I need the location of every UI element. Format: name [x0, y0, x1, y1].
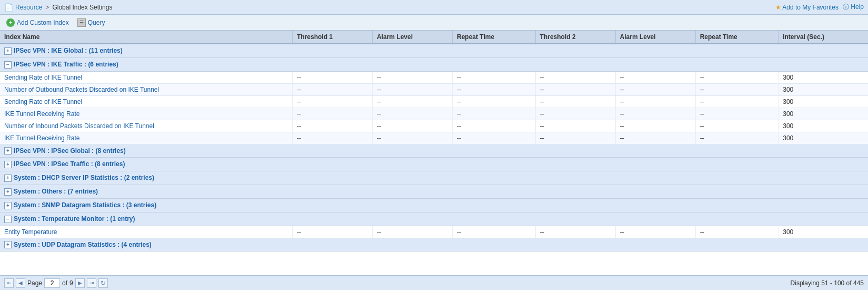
cell-alarm-level1: --: [372, 120, 452, 132]
content-area: Index Name Threshold 1 Alarm Level Repea…: [0, 31, 868, 275]
star-icon: ★: [775, 4, 781, 11]
add-to-favorites-link[interactable]: ★ Add to My Favorites: [775, 4, 839, 11]
group-label: IPSec VPN : IKE Traffic : (6 entries): [14, 61, 118, 68]
cell-index-name[interactable]: Number of Outbound Packets Discarded on …: [0, 83, 292, 95]
page-total: 9: [69, 279, 73, 287]
cell-index-name[interactable]: IKE Tunnel Receiving Rate: [0, 108, 292, 120]
cell-interval: 300: [779, 71, 868, 83]
cell-threshold1: --: [292, 83, 372, 95]
add-custom-index-button[interactable]: + Add Custom Index: [4, 17, 71, 28]
cell-alarm-level1: --: [372, 132, 452, 144]
prev-page-button[interactable]: ◀: [16, 278, 25, 288]
cell-repeat-time2: --: [695, 95, 779, 108]
table-row: Entity Temperature------------300: [0, 226, 868, 238]
cell-repeat-time2: --: [695, 132, 779, 144]
group-row[interactable]: +IPSec VPN : IPSec Traffic : (8 entries): [0, 158, 868, 171]
table-row: Number of Outbound Packets Discarded on …: [0, 83, 868, 95]
group-row[interactable]: +IPSec VPN : IPSec Global : (8 entries): [0, 144, 868, 158]
help-icon: ⓘ: [843, 3, 849, 11]
cell-threshold1: --: [292, 226, 372, 238]
cell-repeat-time1: --: [453, 120, 536, 132]
breadcrumb-current-page: Global Index Settings: [52, 4, 112, 11]
group-label: System : Others : (7 entries): [14, 188, 98, 195]
cell-alarm-level1: --: [372, 226, 452, 238]
cell-threshold1: --: [292, 132, 372, 144]
group-label: IPSec VPN : IPSec Traffic : (8 entries): [14, 160, 125, 168]
cell-index-name[interactable]: Sending Rate of IKE Tunnel: [0, 71, 292, 83]
table-row: Number of Inbound Packets Discarded on I…: [0, 120, 868, 132]
cell-threshold2: --: [535, 108, 615, 120]
cell-alarm-level2: --: [615, 120, 695, 132]
breadcrumb-resource[interactable]: Resource: [15, 4, 42, 11]
cell-alarm-level2: --: [615, 226, 695, 238]
group-row[interactable]: +IPSec VPN : IKE Global : (11 entries): [0, 44, 868, 57]
toolbar: + Add Custom Index ☰ Query: [0, 15, 868, 31]
group-label: System : Temperature Monitor : (1 entry): [14, 215, 135, 223]
cell-alarm-level1: --: [372, 71, 452, 83]
cell-alarm-level2: --: [615, 83, 695, 95]
help-link[interactable]: ⓘ Help: [843, 3, 864, 12]
cell-interval: 300: [779, 132, 868, 144]
add-icon: +: [6, 18, 15, 27]
next-page-button[interactable]: ▶: [75, 278, 85, 288]
refresh-button[interactable]: ↻: [98, 278, 108, 288]
pagination: ⇤ ◀ Page of 9 ▶ ⇥ ↻: [4, 278, 108, 288]
cell-repeat-time2: --: [695, 83, 779, 95]
cell-threshold2: --: [535, 132, 615, 144]
cell-repeat-time1: --: [453, 226, 536, 238]
group-row[interactable]: +System : Others : (7 entries): [0, 185, 868, 199]
cell-repeat-time2: --: [695, 226, 779, 238]
col-interval: Interval (Sec.): [779, 31, 868, 44]
cell-index-name[interactable]: Sending Rate of IKE Tunnel: [0, 95, 292, 108]
query-button[interactable]: ☰ Query: [75, 17, 107, 28]
last-page-button[interactable]: ⇥: [87, 278, 96, 288]
cell-threshold2: --: [535, 226, 615, 238]
cell-threshold1: --: [292, 95, 372, 108]
group-row[interactable]: +System : SNMP Datagram Statistics : (3 …: [0, 198, 868, 212]
cell-alarm-level1: --: [372, 108, 452, 120]
first-page-button[interactable]: ⇤: [4, 278, 14, 288]
cell-interval: 300: [779, 120, 868, 132]
page-label: Page: [27, 279, 42, 287]
group-row[interactable]: −System : Temperature Monitor : (1 entry…: [0, 212, 868, 226]
add-custom-label: Add Custom Index: [17, 19, 69, 26]
cell-alarm-level2: --: [615, 108, 695, 120]
expand-icon[interactable]: +: [4, 175, 12, 182]
expand-icon[interactable]: +: [4, 47, 12, 55]
favorites-label: Add to My Favorites: [782, 4, 839, 11]
cell-repeat-time2: --: [695, 71, 779, 83]
expand-icon[interactable]: −: [4, 216, 12, 223]
cell-alarm-level2: --: [615, 71, 695, 83]
cell-index-name[interactable]: Entity Temperature: [0, 226, 292, 238]
cell-interval: 300: [779, 108, 868, 120]
group-label: IPSec VPN : IPSec Global : (8 entries): [14, 147, 126, 154]
col-repeat-time1: Repeat Time: [453, 31, 536, 44]
top-bar: 📄 Resource > Global Index Settings ★ Add…: [0, 0, 868, 15]
group-row[interactable]: +System : UDP Datagram Statistics : (4 e…: [0, 238, 868, 252]
breadcrumb-separator: >: [45, 4, 49, 11]
cell-index-name[interactable]: Number of Inbound Packets Discarded on I…: [0, 120, 292, 132]
expand-icon[interactable]: +: [4, 202, 12, 209]
page-input[interactable]: [44, 278, 60, 288]
col-alarm-level2: Alarm Level: [615, 31, 695, 44]
expand-icon[interactable]: +: [4, 241, 12, 248]
top-bar-right: ★ Add to My Favorites ⓘ Help: [775, 3, 864, 12]
cell-alarm-level1: --: [372, 83, 452, 95]
cell-threshold2: --: [535, 120, 615, 132]
expand-icon[interactable]: +: [4, 147, 12, 154]
query-icon: ☰: [77, 18, 86, 27]
col-repeat-time2: Repeat Time: [695, 31, 779, 44]
expand-icon[interactable]: +: [4, 161, 12, 168]
expand-icon[interactable]: +: [4, 188, 12, 196]
cell-repeat-time2: --: [695, 120, 779, 132]
group-row[interactable]: −IPSec VPN : IKE Traffic : (6 entries): [0, 57, 868, 71]
cell-index-name[interactable]: IKE Tunnel Receiving Rate: [0, 132, 292, 144]
cell-repeat-time1: --: [453, 95, 536, 108]
table-header-row: Index Name Threshold 1 Alarm Level Repea…: [0, 31, 868, 44]
cell-threshold1: --: [292, 71, 372, 83]
cell-interval: 300: [779, 95, 868, 108]
index-table: Index Name Threshold 1 Alarm Level Repea…: [0, 31, 868, 252]
help-label: Help: [851, 3, 864, 11]
group-row[interactable]: +System : DHCP Server IP Statistics : (2…: [0, 171, 868, 185]
expand-icon[interactable]: −: [4, 61, 12, 69]
